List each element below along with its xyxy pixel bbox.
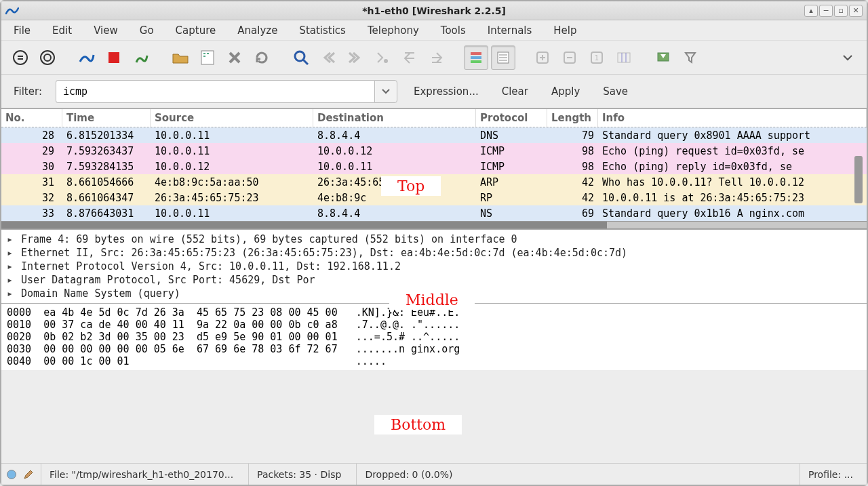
filter-save-button[interactable]: Save [596, 85, 635, 98]
filter-dropdown-button[interactable] [374, 80, 397, 103]
svg-rect-16 [471, 56, 481, 59]
window-up-button[interactable]: ▴ [804, 5, 818, 17]
find-icon[interactable] [289, 45, 313, 70]
col-time[interactable]: Time [62, 109, 151, 127]
expert-info-icon[interactable] [7, 470, 16, 479]
restart-capture-icon[interactable] [129, 45, 153, 70]
filter-label: Filter: [14, 85, 42, 98]
wireshark-window: *h1-eth0 [Wireshark 2.2.5] ▴ − ▫ ✕ File … [0, 0, 868, 486]
menu-telephony[interactable]: Telephony [363, 22, 423, 39]
colorize-icon[interactable] [464, 45, 488, 70]
autoscroll-icon[interactable] [491, 45, 515, 70]
statusbar: File: "/tmp/wireshark_h1-eth0_20170... P… [1, 463, 867, 485]
detail-line[interactable]: ▸ Internet Protocol Version 4, Src: 10.0… [7, 260, 861, 273]
menu-edit[interactable]: Edit [48, 22, 76, 39]
minimize-button[interactable]: − [819, 5, 833, 17]
main-panes: No. Time Source Destination Protocol Len… [1, 108, 867, 370]
menu-tools[interactable]: Tools [437, 22, 470, 39]
detail-line[interactable]: ▸ Frame 4: 69 bytes on wire (552 bits), … [7, 232, 861, 246]
byte-line[interactable]: 0020 0b 02 b2 3d 00 35 00 23 d5 e9 5e 90… [7, 331, 861, 343]
menu-file[interactable]: File [9, 22, 35, 39]
col-destination[interactable]: Destination [313, 109, 476, 127]
packet-bytes-pane[interactable]: 0000 ea 4b 4e 5d 0c 7d 26 3a 45 65 75 23… [1, 303, 867, 370]
zoom-out-icon[interactable] [557, 45, 582, 70]
toolbar: 1 [1, 41, 867, 75]
go-last-icon[interactable] [425, 45, 449, 70]
byte-line[interactable]: 0030 00 00 00 00 00 00 05 6e 67 69 6e 78… [7, 343, 861, 355]
packet-row[interactable]: 286.81520133410.0.0.118.8.4.4DNS79Standa… [1, 127, 867, 143]
packet-list-body[interactable]: 286.81520133410.0.0.118.8.4.4DNS79Standa… [1, 127, 867, 221]
packet-list-header: No. Time Source Destination Protocol Len… [1, 109, 867, 127]
packet-row[interactable]: 338.87664303110.0.0.118.8.4.4NS69Standar… [1, 205, 867, 221]
byte-line[interactable]: 0010 00 37 ca de 40 00 40 11 9a 22 0a 00… [7, 319, 861, 331]
menu-capture[interactable]: Capture [172, 22, 220, 39]
window-controls: ▴ − ▫ ✕ [804, 5, 863, 17]
svg-rect-8 [207, 53, 209, 54]
menu-internals[interactable]: Internals [484, 22, 536, 39]
zoom-in-icon[interactable] [530, 45, 555, 70]
packet-list-hscrollbar[interactable] [1, 221, 867, 229]
packet-list-pane[interactable]: No. Time Source Destination Protocol Len… [1, 108, 867, 229]
svg-line-11 [303, 60, 308, 64]
open-icon[interactable] [168, 45, 193, 70]
packet-list-vscroll-thumb[interactable] [854, 156, 863, 203]
maximize-button[interactable]: ▫ [834, 5, 848, 17]
zoom-reset-icon[interactable]: 1 [585, 45, 609, 70]
svg-point-0 [14, 51, 27, 64]
filter-bar: Filter: Expression... Clear Apply Save [1, 75, 867, 108]
resize-columns-icon[interactable] [612, 45, 636, 70]
capture-filters-icon[interactable] [651, 45, 675, 70]
svg-point-10 [295, 52, 304, 61]
jump-icon[interactable] [370, 45, 395, 70]
status-packets: Packets: 35 · Disp [248, 464, 349, 485]
menu-help[interactable]: Help [549, 22, 580, 39]
stop-capture-icon[interactable] [102, 45, 126, 70]
filter-input-group [56, 80, 397, 103]
filter-clear-button[interactable]: Clear [495, 85, 535, 98]
interfaces-icon[interactable] [8, 45, 33, 70]
col-protocol[interactable]: Protocol [476, 109, 547, 127]
col-length[interactable]: Length [547, 109, 598, 127]
detail-line[interactable]: ▸ Ethernet II, Src: 26:3a:45:65:75:23 (2… [7, 246, 861, 260]
svg-rect-7 [203, 53, 205, 54]
col-info[interactable]: Info [598, 109, 867, 127]
start-capture-icon[interactable] [75, 45, 99, 70]
menu-view[interactable]: View [90, 22, 122, 39]
packet-row[interactable]: 307.59328413510.0.0.1210.0.0.11ICMP98Ech… [1, 159, 867, 174]
filter-input[interactable] [56, 80, 374, 103]
save-icon[interactable] [195, 45, 220, 70]
close-file-icon[interactable] [222, 45, 247, 70]
byte-line[interactable]: 0040 00 00 1c 00 01 ..... [7, 355, 861, 367]
col-source[interactable]: Source [151, 109, 313, 127]
filter-expression-button[interactable]: Expression... [407, 85, 486, 98]
go-back-icon[interactable] [316, 45, 340, 70]
svg-point-12 [384, 59, 388, 63]
svg-rect-17 [471, 60, 481, 63]
status-profile[interactable]: Profile: ... [800, 464, 861, 485]
annotation-bottom: Bottom [374, 415, 462, 434]
go-forward-icon[interactable] [343, 45, 368, 70]
svg-rect-1 [18, 56, 23, 57]
svg-point-4 [44, 54, 51, 61]
hscroll-thumb[interactable] [1, 222, 607, 228]
menu-go[interactable]: Go [136, 22, 158, 39]
toolbar-overflow-icon[interactable] [835, 45, 860, 70]
filter-apply-button[interactable]: Apply [545, 85, 587, 98]
packet-row[interactable]: 297.59326343710.0.0.1110.0.0.12ICMP98Ech… [1, 143, 867, 159]
reload-icon[interactable] [250, 45, 274, 70]
svg-text:1: 1 [595, 54, 599, 62]
detail-line[interactable]: ▸ User Datagram Protocol, Src Port: 4562… [7, 273, 861, 287]
svg-point-3 [41, 51, 54, 64]
window-title: *h1-eth0 [Wireshark 2.2.5] [1, 5, 867, 16]
display-filters-icon[interactable] [678, 45, 703, 70]
menubar: File Edit View Go Capture Analyze Statis… [1, 20, 867, 41]
close-button[interactable]: ✕ [849, 5, 863, 17]
go-first-icon[interactable] [397, 45, 422, 70]
col-no[interactable]: No. [1, 109, 62, 127]
menu-analyze[interactable]: Analyze [233, 22, 281, 39]
svg-rect-29 [618, 53, 630, 62]
edit-capture-comment-icon[interactable] [23, 469, 34, 480]
options-icon[interactable] [35, 45, 60, 70]
annotation-middle: Middle [389, 290, 475, 310]
menu-statistics[interactable]: Statistics [295, 22, 350, 39]
